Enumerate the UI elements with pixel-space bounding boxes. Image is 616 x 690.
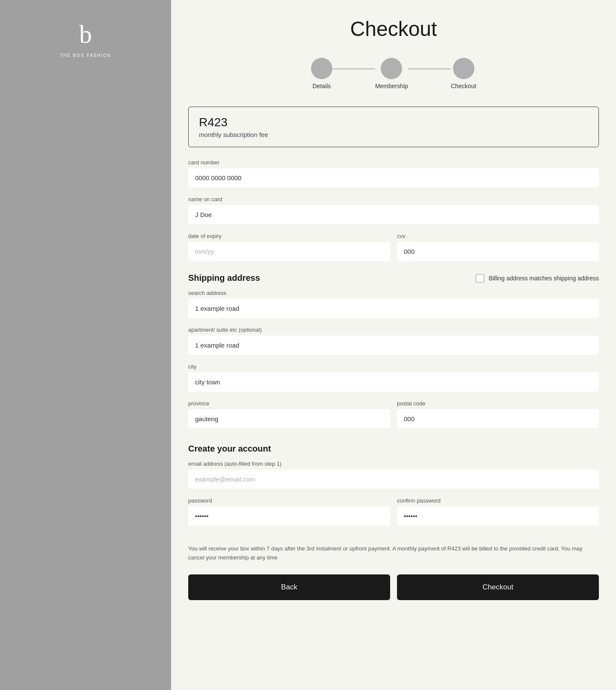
apt-input[interactable] xyxy=(188,336,599,355)
email-label: email address (auto-filled from step 1) xyxy=(188,461,599,467)
button-row: Back Checkout xyxy=(188,574,599,600)
confirm-password-label: confirm password xyxy=(397,497,599,504)
account-title: Create your account xyxy=(188,444,271,454)
logo-text: THE BOX FASHION xyxy=(60,53,112,58)
confirm-password-group: confirm password xyxy=(397,497,599,526)
cvv-group: cvv xyxy=(397,233,599,261)
step-circle-membership xyxy=(381,58,402,79)
step-details: Details xyxy=(311,58,332,89)
price-box: R423 monthly subscription fee xyxy=(188,107,599,147)
search-address-label: search address xyxy=(188,290,599,296)
apt-label: apartment/ suite etc (optional) xyxy=(188,327,599,333)
account-header: Create your account xyxy=(188,444,599,454)
expiry-label: date of expiry xyxy=(188,233,390,239)
card-number-label: card number xyxy=(188,159,599,166)
price-amount: R423 xyxy=(199,116,588,129)
card-number-group: card number xyxy=(188,159,599,187)
postal-label: postal code xyxy=(397,400,599,407)
search-address-input[interactable] xyxy=(188,299,599,318)
step-circle-details xyxy=(311,58,332,79)
postal-input[interactable] xyxy=(397,409,599,428)
back-button[interactable]: Back xyxy=(188,574,390,600)
confirm-password-input[interactable] xyxy=(397,506,599,526)
page-title: Checkout xyxy=(188,17,599,41)
step-line-1 xyxy=(332,68,375,69)
checkout-button[interactable]: Checkout xyxy=(397,574,599,600)
disclaimer-text: You will receive your box within 7 days … xyxy=(188,544,599,562)
city-input[interactable] xyxy=(188,372,599,392)
city-group: city xyxy=(188,363,599,392)
shipping-title: Shipping address xyxy=(188,273,260,283)
postal-group: postal code xyxy=(397,400,599,428)
step-label-checkout: Checkout xyxy=(451,83,476,89)
expiry-group: date of expiry xyxy=(188,233,390,261)
province-input[interactable] xyxy=(188,409,390,428)
email-input[interactable] xyxy=(188,470,599,489)
step-label-membership: Membership xyxy=(375,83,408,89)
main-content: Checkout Details Membership Checkout R42… xyxy=(171,0,616,690)
step-circle-checkout xyxy=(453,58,474,79)
search-address-group: search address xyxy=(188,290,599,318)
step-membership: Membership xyxy=(375,58,408,89)
step-label-details: Details xyxy=(313,83,331,89)
step-checkout: Checkout xyxy=(451,58,476,89)
name-on-card-group: name on card xyxy=(188,196,599,224)
province-postal-row: province postal code xyxy=(188,400,599,437)
password-label: password xyxy=(188,497,390,504)
billing-match-label[interactable]: Billing address matches shipping address xyxy=(476,274,599,283)
expiry-cvv-row: date of expiry cvv xyxy=(188,233,599,270)
city-label: city xyxy=(188,363,599,370)
logo: b THE BOX FASHION xyxy=(60,17,112,58)
province-group: province xyxy=(188,400,390,428)
billing-match-text: Billing address matches shipping address xyxy=(489,275,599,282)
stepper: Details Membership Checkout xyxy=(188,58,599,89)
province-label: province xyxy=(188,400,390,407)
step-line-2 xyxy=(408,68,451,69)
billing-match-checkbox[interactable] xyxy=(476,274,484,283)
email-group: email address (auto-filled from step 1) xyxy=(188,461,599,489)
expiry-input[interactable] xyxy=(188,242,390,261)
password-row: password confirm password xyxy=(188,497,599,534)
cvv-input[interactable] xyxy=(397,242,599,261)
password-input[interactable] xyxy=(188,506,390,526)
apt-group: apartment/ suite etc (optional) xyxy=(188,327,599,355)
password-group: password xyxy=(188,497,390,526)
shipping-header: Shipping address Billing address matches… xyxy=(188,273,599,283)
name-on-card-input[interactable] xyxy=(188,205,599,224)
name-on-card-label: name on card xyxy=(188,196,599,202)
price-description: monthly subscription fee xyxy=(199,131,588,138)
sidebar: b THE BOX FASHION xyxy=(0,0,171,690)
cvv-label: cvv xyxy=(397,233,599,239)
logo-letter: b xyxy=(71,17,101,51)
card-number-input[interactable] xyxy=(188,168,599,187)
